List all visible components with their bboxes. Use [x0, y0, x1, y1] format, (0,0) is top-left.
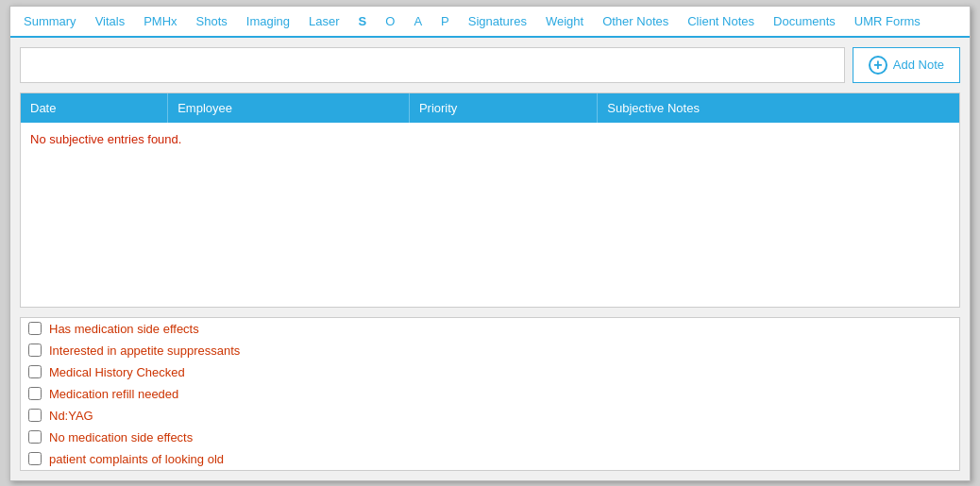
- list-item: No medication side effects: [21, 427, 959, 448]
- tab-documents[interactable]: Documents: [764, 7, 845, 38]
- checklist-checkbox-3[interactable]: [28, 387, 42, 400]
- tab-umr-forms[interactable]: UMR Forms: [845, 7, 930, 38]
- col-date: Date: [21, 93, 168, 123]
- checklist-label[interactable]: patient complaints of looking old: [49, 452, 224, 466]
- tab-vitals[interactable]: Vitals: [86, 7, 135, 38]
- table-container: DateEmployeePrioritySubjective Notes No …: [20, 92, 960, 308]
- checklist-label[interactable]: Has medication side effects: [49, 322, 199, 336]
- data-table: DateEmployeePrioritySubjective Notes No …: [21, 93, 959, 156]
- checklist-label[interactable]: No medication side effects: [49, 430, 193, 444]
- tab-pmhx[interactable]: PMHx: [134, 7, 186, 38]
- tab-p[interactable]: P: [431, 7, 459, 38]
- add-note-label: Add Note: [893, 58, 944, 72]
- checklist-label[interactable]: Medication refill needed: [49, 387, 178, 401]
- checklist-label[interactable]: Nd:YAG: [49, 409, 93, 423]
- checklist-checkbox-1[interactable]: [28, 344, 42, 357]
- col-priority: Priority: [409, 93, 597, 123]
- checklist-checkbox-0[interactable]: [28, 322, 42, 335]
- tab-signatures[interactable]: Signatures: [459, 7, 536, 38]
- add-note-button[interactable]: + Add Note: [853, 47, 960, 83]
- tab-imaging[interactable]: Imaging: [237, 7, 299, 38]
- tab-s[interactable]: S: [349, 7, 377, 38]
- tab-shots[interactable]: Shots: [187, 7, 237, 38]
- main-window: SummaryVitalsPMHxShotsImagingLaserSOAPSi…: [9, 6, 971, 481]
- table-empty-space: [21, 156, 959, 307]
- add-icon: +: [869, 56, 887, 75]
- search-add-row: + Add Note: [20, 47, 960, 83]
- checklist-label[interactable]: Interested in appetite suppressants: [49, 344, 240, 358]
- list-item: Medication refill needed: [21, 383, 959, 405]
- list-item: patient complaints of looking old: [21, 448, 959, 470]
- list-item: Has medication side effects: [21, 318, 959, 340]
- list-item: Nd:YAG: [21, 405, 959, 427]
- checklist-panel[interactable]: Has medication side effectsInterested in…: [20, 317, 960, 471]
- list-item: Medical History Checked: [21, 361, 959, 383]
- checklist-label[interactable]: Medical History Checked: [49, 365, 185, 379]
- tab-laser[interactable]: Laser: [299, 7, 349, 38]
- tab-other-notes[interactable]: Other Notes: [593, 7, 678, 38]
- empty-message: No subjective entries found.: [21, 123, 959, 156]
- checklist-checkbox-2[interactable]: [28, 365, 42, 378]
- tab-summary[interactable]: Summary: [14, 7, 86, 38]
- checklist-checkbox-6[interactable]: [28, 452, 42, 465]
- table-body: No subjective entries found.: [21, 123, 959, 156]
- checklist-checkbox-5[interactable]: [28, 430, 42, 444]
- tab-weight[interactable]: Weight: [536, 7, 593, 38]
- tab-bar: SummaryVitalsPMHxShotsImagingLaserSOAPSi…: [10, 7, 970, 38]
- col-employee: Employee: [168, 93, 410, 123]
- checklist-checkbox-4[interactable]: [28, 409, 42, 422]
- tab-o[interactable]: O: [376, 7, 404, 38]
- search-input[interactable]: [20, 47, 845, 83]
- col-subjective-notes: Subjective Notes: [598, 93, 959, 123]
- empty-row: No subjective entries found.: [21, 123, 959, 156]
- content-area: + Add Note DateEmployeePrioritySubjectiv…: [10, 38, 970, 480]
- tab-client-notes[interactable]: Client Notes: [678, 7, 764, 38]
- tab-a[interactable]: A: [404, 7, 431, 38]
- list-item: Interested in appetite suppressants: [21, 340, 959, 361]
- table-header: DateEmployeePrioritySubjective Notes: [21, 93, 959, 123]
